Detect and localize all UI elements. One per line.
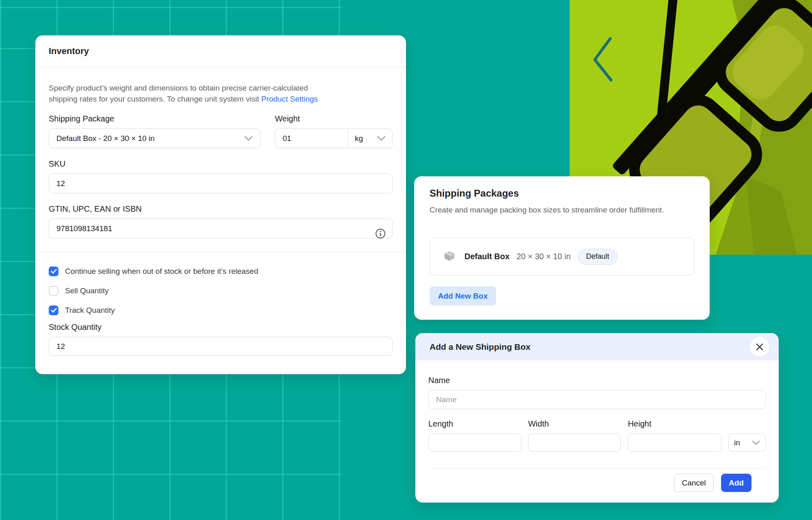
weight-label: Weight [275, 114, 393, 124]
package-icon [444, 250, 455, 263]
name-label: Name [428, 376, 766, 385]
checkbox-label: Track Quantity [65, 306, 115, 315]
package-name: Default Box [464, 252, 510, 261]
stock-quantity-label: Stock Quantity [49, 323, 393, 332]
height-label: Height [628, 419, 721, 428]
close-icon [756, 343, 764, 351]
unit-value: in [734, 438, 740, 447]
shipping-packages-description: Create and manage packing box sizes to s… [430, 205, 694, 215]
chevron-down-icon [752, 440, 760, 445]
check-icon [51, 308, 57, 313]
add-shipping-box-modal: Add a New Shipping Box Name Length Width… [415, 333, 779, 503]
add-new-box-button[interactable]: Add New Box [430, 286, 496, 306]
chevron-down-icon [244, 136, 253, 141]
default-badge: Default [578, 249, 618, 265]
shipping-package-value: Default Box - 20 × 30 × 10 in [56, 134, 155, 143]
close-button[interactable] [750, 337, 769, 357]
check-icon [51, 269, 57, 274]
modal-footer: Cancel Add [428, 468, 766, 492]
stock-quantity-input[interactable] [49, 337, 393, 356]
shipping-package-select[interactable]: Default Box - 20 × 30 × 10 in [49, 128, 261, 148]
weight-unit-value: kg [355, 134, 363, 143]
continue-selling-checkbox[interactable] [49, 266, 58, 276]
add-button[interactable]: Add [721, 474, 752, 492]
height-input[interactable] [628, 433, 721, 452]
sell-quantity-checkbox[interactable] [49, 286, 58, 296]
track-quantity-checkbox-row[interactable]: Track Quantity [49, 306, 393, 315]
back-chevron-icon[interactable] [591, 35, 615, 83]
package-list-item[interactable]: Default Box 20 × 30 × 10 in Default [430, 238, 694, 275]
unit-select[interactable]: in [728, 433, 766, 452]
gtin-input[interactable] [49, 219, 393, 238]
shipping-package-label: Shipping Package [49, 114, 261, 124]
modal-header: Add a New Shipping Box [415, 333, 779, 360]
package-dimensions: 20 × 30 × 10 in [516, 252, 570, 261]
continue-selling-checkbox-row[interactable]: Continue selling when out of stock or be… [49, 266, 393, 276]
weight-field: kg [275, 128, 393, 148]
checkbox-label: Sell Quantity [65, 286, 109, 295]
sku-label: SKU [49, 159, 393, 169]
modal-title: Add a New Shipping Box [430, 342, 531, 352]
cancel-button[interactable]: Cancel [674, 474, 714, 492]
inventory-card: Inventory Specify product’s weight and d… [35, 35, 406, 374]
inventory-card-body: Specify product’s weight and dimensions … [35, 82, 406, 356]
track-quantity-checkbox[interactable] [49, 306, 58, 315]
width-label: Width [528, 419, 621, 428]
inventory-title: Inventory [49, 46, 89, 56]
inventory-card-header: Inventory [35, 35, 406, 67]
weight-input[interactable] [275, 129, 348, 148]
inventory-description: Specify product’s weight and dimensions … [49, 82, 329, 104]
length-label: Length [428, 419, 521, 428]
product-settings-link[interactable]: Product Settings [261, 95, 317, 103]
sell-quantity-checkbox-row[interactable]: Sell Quantity [49, 286, 393, 296]
info-icon[interactable] [375, 228, 386, 240]
shipping-packages-title: Shipping Packages [430, 187, 694, 199]
shipping-packages-card: Shipping Packages Create and manage pack… [414, 176, 710, 320]
gtin-label: GTIN, UPC, EAN or ISBN [49, 204, 393, 214]
length-input[interactable] [428, 433, 521, 452]
checkbox-label: Continue selling when out of stock or be… [65, 267, 258, 276]
width-input[interactable] [528, 433, 621, 452]
sku-input[interactable] [49, 173, 393, 193]
inventory-divider [35, 251, 406, 252]
name-input[interactable] [428, 390, 766, 409]
weight-unit-select[interactable]: kg [348, 134, 392, 143]
chevron-down-icon [377, 136, 386, 141]
